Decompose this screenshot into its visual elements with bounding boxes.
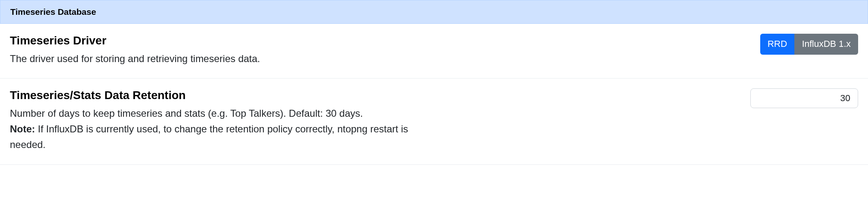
- setting-row-data-retention: Timeseries/Stats Data Retention Number o…: [0, 79, 868, 165]
- retention-days-input[interactable]: [750, 88, 858, 108]
- driver-option-influxdb[interactable]: InfluxDB 1.x: [794, 34, 858, 55]
- section-header: Timeseries Database: [0, 0, 868, 24]
- setting-title: Timeseries Driver: [10, 34, 429, 48]
- setting-right: [750, 88, 858, 108]
- setting-left: Timeseries Driver The driver used for st…: [10, 34, 429, 67]
- description-line1: Number of days to keep timeseries and st…: [10, 108, 363, 119]
- driver-toggle-group: RRD InfluxDB 1.x: [760, 34, 858, 55]
- setting-row-timeseries-driver: Timeseries Driver The driver used for st…: [0, 24, 868, 79]
- setting-title: Timeseries/Stats Data Retention: [10, 88, 429, 102]
- setting-left: Timeseries/Stats Data Retention Number o…: [10, 88, 429, 153]
- setting-description: Number of days to keep timeseries and st…: [10, 106, 429, 153]
- section-header-text: Timeseries Database: [10, 7, 96, 16]
- driver-option-rrd[interactable]: RRD: [760, 34, 795, 55]
- setting-description: The driver used for storing and retrievi…: [10, 51, 429, 67]
- note-text: If InfluxDB is currently used, to change…: [10, 123, 408, 150]
- setting-right: RRD InfluxDB 1.x: [760, 34, 858, 55]
- note-label: Note:: [10, 123, 35, 134]
